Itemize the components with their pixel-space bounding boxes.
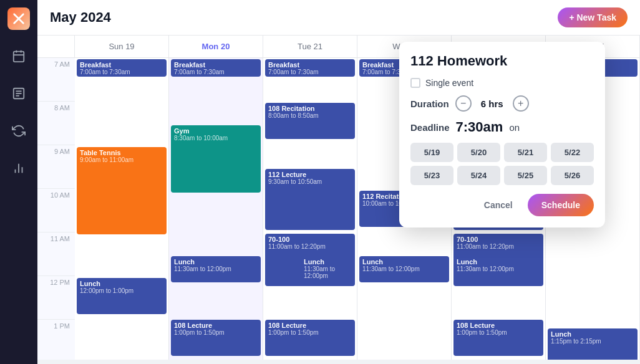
deadline-row: Deadline 7:30am on <box>410 119 594 135</box>
day-header-mon20: Mon 20 <box>169 36 263 57</box>
event-breakfast-mon20[interactable]: Breakfast 7:00am to 7:30am <box>171 59 261 77</box>
date-chip-523[interactable]: 5/23 <box>410 166 453 185</box>
duration-control: − 6 hrs + <box>455 95 529 112</box>
date-chip-524[interactable]: 5/24 <box>457 166 500 185</box>
refresh-nav-icon[interactable] <box>7 120 30 142</box>
duration-label: Duration <box>410 98 449 109</box>
app-logo[interactable] <box>7 7 30 30</box>
task-popup: 112 Homework Single event Duration − 6 h… <box>399 42 605 228</box>
date-chip-526[interactable]: 5/26 <box>551 166 594 185</box>
date-chip-519[interactable]: 5/19 <box>410 143 453 162</box>
deadline-label: Deadline <box>410 122 450 133</box>
chart-nav-icon[interactable] <box>7 157 30 180</box>
date-chip-525[interactable]: 5/25 <box>504 166 547 185</box>
event-lunch-wed22[interactable]: Lunch 11:30am to 12:00pm <box>359 256 449 282</box>
time-12pm: 12 PM <box>37 276 75 320</box>
time-11am: 11 AM <box>37 232 75 276</box>
main-content: May 2024 + New Task Sun 19 Mon 20 Tue 21… <box>37 0 640 364</box>
date-grid: 5/19 5/20 5/21 5/22 5/23 5/24 5/25 5/26 <box>410 143 594 185</box>
popup-title: 112 Homework <box>410 53 594 69</box>
deadline-on: on <box>509 122 520 133</box>
day-col-sun19: Breakfast 7:00am to 7:30am Table Tennis … <box>75 58 169 360</box>
event-table-tennis[interactable]: Table Tennis 9:00am to 11:00am <box>77 147 167 234</box>
time-7am: 7 AM <box>37 58 75 102</box>
event-gym[interactable]: Gym 8:30am to 10:00am <box>171 125 261 193</box>
event-108-lecture-thu23[interactable]: 108 Lecture 1:00pm to 1:50pm <box>453 320 543 356</box>
event-breakfast-tue21[interactable]: Breakfast 7:00am to 7:30am <box>265 59 355 77</box>
event-lunch-thu23[interactable]: Lunch 11:30am to 12:00pm <box>453 256 543 282</box>
sidebar <box>0 0 37 364</box>
page-title: May 2024 <box>50 9 111 26</box>
time-column: 7 AM 8 AM 9 AM 10 AM 11 AM 12 PM 1 PM <box>37 58 75 360</box>
popup-actions: Cancel Schedule <box>410 194 594 216</box>
deadline-time: 7:30am <box>456 119 503 135</box>
svg-rect-0 <box>14 52 24 62</box>
event-108-recitation[interactable]: 108 Recitation 8:00am to 8:50am <box>265 103 355 139</box>
time-col-header <box>37 36 75 57</box>
time-8am: 8 AM <box>37 102 75 145</box>
event-breakfast-sun19[interactable]: Breakfast 7:00am to 7:30am <box>77 59 167 77</box>
event-lunch-mon20[interactable]: Lunch 11:30am to 12:00pm <box>171 256 261 282</box>
duration-value: 6 hrs <box>477 98 508 109</box>
duration-increase-button[interactable]: + <box>513 95 529 112</box>
single-event-label[interactable]: Single event <box>410 78 473 88</box>
cancel-button[interactable]: Cancel <box>477 195 520 215</box>
event-lunch-sat25[interactable]: Lunch 1:15pm to 2:15pm <box>548 328 638 360</box>
schedule-button[interactable]: Schedule <box>528 194 594 216</box>
event-lunch-sun19[interactable]: Lunch 12:00pm to 1:00pm <box>77 278 167 314</box>
date-chip-522[interactable]: 5/22 <box>551 143 594 162</box>
date-chip-521[interactable]: 5/21 <box>504 143 547 162</box>
event-112-lecture-tue21[interactable]: 112 Lecture 9:30am to 10:50am <box>265 169 355 230</box>
event-lunch-tue21[interactable]: Lunch 11:30am to 12:00pm <box>301 256 355 282</box>
duration-decrease-button[interactable]: − <box>455 95 472 112</box>
date-chip-520[interactable]: 5/20 <box>457 143 500 162</box>
day-header-sun19: Sun 19 <box>75 36 169 57</box>
day-col-tue21: Breakfast 7:00am to 7:30am 108 Recitatio… <box>263 58 357 360</box>
list-nav-icon[interactable] <box>7 82 30 105</box>
single-event-row: Single event <box>410 78 594 88</box>
single-event-checkbox[interactable] <box>410 78 420 88</box>
duration-row: Duration − 6 hrs + <box>410 95 594 112</box>
time-9am: 9 AM <box>37 145 75 189</box>
time-1pm: 1 PM <box>37 320 75 360</box>
header: May 2024 + New Task <box>37 0 640 36</box>
new-task-button[interactable]: + New Task <box>558 7 628 27</box>
calendar: Sun 19 Mon 20 Tue 21 Wed 2 Thu 23 Sat 25… <box>37 36 640 364</box>
event-108-lecture-mon20[interactable]: 108 Lecture 1:00pm to 1:50pm <box>171 320 261 356</box>
time-10am: 10 AM <box>37 189 75 232</box>
event-108-lecture-tue21[interactable]: 108 Lecture 1:00pm to 1:50pm <box>265 320 355 356</box>
day-col-mon20: Breakfast 7:00am to 7:30am Gym 8:30am to… <box>169 58 263 360</box>
calendar-nav-icon[interactable] <box>7 45 30 67</box>
day-header-tue21: Tue 21 <box>263 36 357 57</box>
